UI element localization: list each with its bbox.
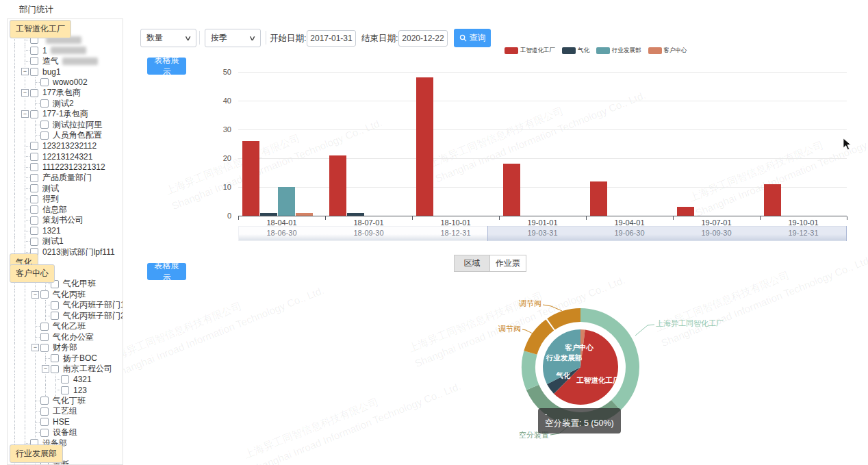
tree-node[interactable]: 气化办公室 <box>10 332 123 343</box>
tree-expand-icon[interactable]: − <box>21 110 29 118</box>
tree-checkbox[interactable] <box>40 78 49 86</box>
nested-pie-chart[interactable]: 客户中心工智道化工厂气化行业发展部调节阀调节阀上海异工同智化工厂空分装置 <box>472 267 732 459</box>
tree-node[interactable]: 气化丙班子部门2 <box>10 311 123 322</box>
tree-node[interactable]: −气化丙班 <box>10 290 123 301</box>
table-display-button-2[interactable]: 表格展示 <box>147 263 186 280</box>
tree-checkbox[interactable] <box>61 375 69 384</box>
tree-node[interactable]: 气化乙班 <box>10 321 123 332</box>
tree-node[interactable]: 测试1 <box>10 236 123 247</box>
pie-outer-segment[interactable] <box>522 351 539 390</box>
bar-segment[interactable] <box>296 213 313 216</box>
tree-checkbox[interactable] <box>30 142 38 150</box>
end-date-input[interactable] <box>398 30 448 47</box>
tree-node[interactable]: 工艺组 <box>10 406 123 417</box>
tree-node[interactable]: −177承包商 <box>10 88 123 99</box>
tree-node[interactable]: 扬子BOC <box>10 353 123 364</box>
tree-checkbox[interactable] <box>40 99 49 108</box>
tree-checkbox[interactable] <box>51 365 59 373</box>
start-date-input[interactable] <box>307 30 356 47</box>
tree-node[interactable]: 造气 <box>10 56 123 67</box>
tree-checkbox[interactable] <box>40 121 49 129</box>
tree-checkbox[interactable] <box>51 312 59 320</box>
tree-checkbox[interactable] <box>30 195 38 203</box>
tree-expand-icon[interactable]: − <box>31 291 39 299</box>
tree-node[interactable]: 策划书公司 <box>10 215 123 226</box>
tree-node[interactable]: −客户中心 <box>10 268 123 279</box>
legend-item[interactable]: 行业发展部 <box>596 47 641 55</box>
tree-node[interactable]: 设备组 <box>10 427 123 438</box>
tree-checkbox[interactable] <box>30 110 38 118</box>
metric-select[interactable]: 数量 ∨ <box>140 29 196 47</box>
tree-checkbox[interactable] <box>40 429 49 437</box>
bar-segment[interactable] <box>260 213 277 216</box>
tree-node[interactable]: −177-1承包商 <box>10 109 123 120</box>
tree-node[interactable]: 1321 <box>10 226 123 237</box>
tree-expand-icon[interactable]: − <box>21 89 29 97</box>
bar-chart[interactable]: 0102030405018-04-0118-07-0118-10-0119-01… <box>0 0 868 465</box>
tree-node[interactable]: 信息部 <box>10 205 123 216</box>
tree-node[interactable]: 气化丙班子部门1 <box>10 300 123 311</box>
bar-segment[interactable] <box>278 187 295 216</box>
tree-checkbox[interactable] <box>30 68 38 76</box>
tree-expand-icon[interactable]: − <box>31 344 39 351</box>
search-button[interactable]: 查询 <box>454 29 491 47</box>
bar-segment[interactable] <box>503 164 520 216</box>
tree-node[interactable]: −工智道化工厂 <box>10 24 123 35</box>
bar-segment[interactable] <box>329 155 346 216</box>
tree-node[interactable]: 4321 <box>10 375 123 386</box>
period-select[interactable]: 按季 ∨ <box>205 29 261 47</box>
tree-checkbox[interactable] <box>40 333 49 341</box>
tree-checkbox[interactable] <box>40 290 49 299</box>
bar-segment[interactable] <box>677 207 694 216</box>
bar-segment[interactable] <box>416 77 433 216</box>
tree-checkbox[interactable] <box>40 418 49 426</box>
toggle-workticket[interactable]: 作业票 <box>490 255 526 272</box>
tree-checkbox[interactable] <box>30 57 38 65</box>
tree-expand-icon[interactable]: − <box>21 68 29 75</box>
tree-node[interactable]: −财务部 <box>10 342 123 353</box>
tree-node[interactable]: wowo002 <box>10 77 123 88</box>
tree-expand-icon[interactable]: − <box>42 365 49 373</box>
tree-node[interactable]: 1 <box>10 45 123 56</box>
tree-checkbox[interactable] <box>30 238 38 246</box>
tree-checkbox[interactable] <box>30 47 38 55</box>
tree-node[interactable]: −行业发展部 <box>10 449 123 460</box>
tree-checkbox[interactable] <box>61 386 69 394</box>
tree-checkbox[interactable] <box>40 397 49 405</box>
bar-segment[interactable] <box>590 181 607 216</box>
tree-checkbox[interactable] <box>40 323 49 331</box>
tree-node[interactable]: 测试2 <box>10 99 123 110</box>
tree-checkbox[interactable] <box>30 163 38 171</box>
bar-segment[interactable] <box>764 184 781 216</box>
toggle-region[interactable]: 区域 <box>454 255 490 272</box>
tree-node[interactable]: −南京工程公司 <box>10 364 123 375</box>
legend-item[interactable]: 气化 <box>562 47 589 55</box>
pie-outer-segment[interactable] <box>547 308 580 330</box>
tree-node[interactable]: 12213124321 <box>10 151 123 162</box>
legend-item[interactable]: 工智道化工厂 <box>505 47 555 55</box>
tree-checkbox[interactable] <box>40 131 49 140</box>
tree-node[interactable]: 11122312321312 <box>10 162 123 173</box>
tree-checkbox[interactable] <box>30 174 38 182</box>
tree-node[interactable]: 测试 <box>10 184 123 194</box>
tree-checkbox[interactable] <box>30 216 38 225</box>
tree-checkbox[interactable] <box>51 301 59 310</box>
tree-checkbox[interactable] <box>40 407 49 416</box>
tree-node[interactable]: 123213232112 <box>10 141 123 152</box>
tree-node[interactable]: 123 <box>10 385 123 396</box>
tree-checkbox[interactable] <box>30 205 38 214</box>
tree-node[interactable]: HSE <box>10 417 123 428</box>
tree-checkbox[interactable] <box>51 354 59 362</box>
table-display-button[interactable]: 表格展示 <box>147 58 186 75</box>
tree-node[interactable]: 产品质量部门 <box>10 173 123 184</box>
tree-node[interactable]: 得到 <box>10 194 123 205</box>
tree-checkbox[interactable] <box>30 89 38 97</box>
bar-segment[interactable] <box>347 213 364 216</box>
tree-checkbox[interactable] <box>30 184 38 192</box>
tree-node[interactable]: 气化丁班 <box>10 396 123 407</box>
tree-node[interactable]: 人员角色配置 <box>10 130 123 141</box>
tree-checkbox[interactable] <box>30 227 38 235</box>
tree-checkbox[interactable] <box>40 344 49 352</box>
legend-item[interactable]: 客户中心 <box>648 47 687 55</box>
tree-node[interactable]: 测试拉拉阿里 <box>10 120 123 131</box>
